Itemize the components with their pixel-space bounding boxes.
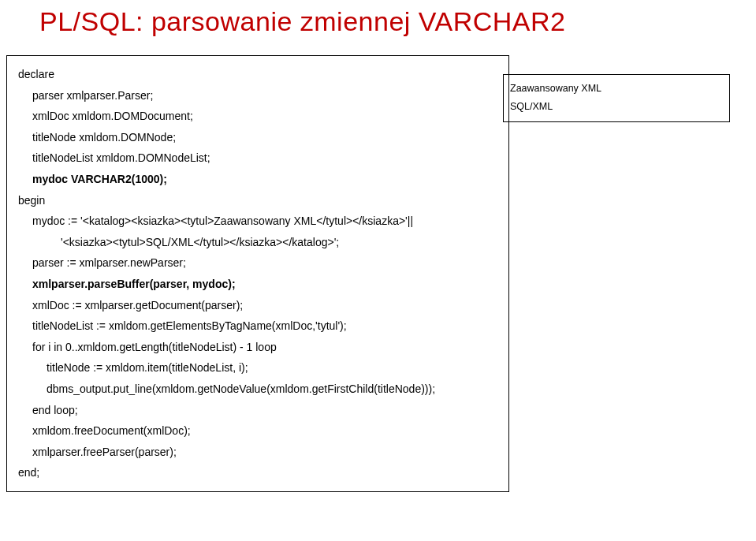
output-box: Zaawansowany XML SQL/XML: [503, 74, 730, 122]
code-line: titleNodeList xmldom.DOMNodeList;: [18, 147, 501, 169]
code-line: titleNodeList := xmldom.getElementsByTag…: [18, 315, 501, 337]
code-line: end loop;: [18, 400, 501, 421]
code-line: xmldom.freeDocument(xmlDoc);: [18, 420, 501, 442]
code-line: begin: [18, 194, 45, 207]
code-line: xmlDoc := xmlparser.getDocument(parser);: [18, 295, 501, 316]
code-line: parser xmlparser.Parser;: [18, 85, 501, 106]
output-line: SQL/XML: [510, 101, 553, 112]
code-line: xmlparser.freeParser(parser);: [18, 442, 501, 463]
code-line: parser := xmlparser.newParser;: [18, 252, 501, 274]
page-title: PL/SQL: parsowanie zmiennej VARCHAR2: [0, 0, 756, 37]
code-line: xmlDoc xmldom.DOMDocument;: [18, 106, 501, 127]
code-block: declare parser xmlparser.Parser; xmlDoc …: [6, 55, 509, 492]
code-line: for i in 0..xmldom.getLength(titleNodeLi…: [18, 337, 501, 358]
output-line: Zaawansowany XML: [510, 83, 601, 94]
code-line: titleNode xmldom.DOMNode;: [18, 127, 501, 148]
code-line: end;: [18, 466, 39, 479]
code-line: dbms_output.put_line(xmldom.getNodeValue…: [18, 379, 501, 400]
code-line: declare: [18, 68, 54, 80]
code-line: mydoc := '<katalog><ksiazka><tytul>Zaawa…: [18, 211, 501, 232]
code-line: mydoc VARCHAR2(1000);: [18, 169, 501, 190]
code-line: '<ksiazka><tytul>SQL/XML</tytul></ksiazk…: [18, 232, 501, 253]
code-line: xmlparser.parseBuffer(parser, mydoc);: [18, 274, 501, 295]
code-line: titleNode := xmldom.item(titleNodeList, …: [18, 357, 501, 379]
